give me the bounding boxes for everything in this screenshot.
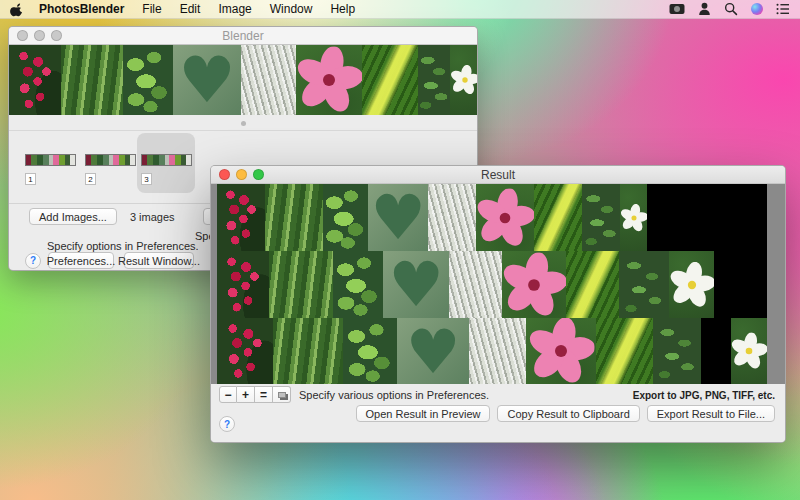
photo-seg-berries — [9, 45, 61, 115]
blender-options-note: Specify options in Preferences. — [47, 240, 199, 252]
camera-icon[interactable] — [669, 3, 685, 15]
preferences-button[interactable]: Preferences... — [48, 252, 114, 269]
menu-item-file[interactable]: File — [142, 2, 161, 16]
result-row-3: ♥ — [217, 318, 767, 384]
photo-seg-shrub — [653, 318, 701, 384]
close-button[interactable] — [219, 169, 230, 180]
blender-titlebar[interactable]: Blender — [9, 27, 477, 45]
status-icons — [669, 2, 790, 16]
minimize-button[interactable] — [236, 169, 247, 180]
photo-seg-bamboo — [273, 318, 343, 384]
photo-seg-white — [450, 45, 477, 115]
photo-seg-shrub — [619, 251, 669, 318]
result-row-1: ♥ — [217, 184, 767, 251]
divider-handle-icon[interactable] — [241, 121, 246, 126]
photo-seg-black — [701, 318, 731, 384]
action-button-open-result-in-preview[interactable]: Open Result in Preview — [356, 405, 491, 422]
thumbnail-3-label: 3 — [141, 173, 152, 185]
list-icon[interactable] — [776, 3, 790, 15]
photo-seg-ivy — [333, 251, 383, 318]
flower-icon — [502, 252, 566, 317]
menu-item-edit[interactable]: Edit — [180, 2, 201, 16]
zoom-button[interactable] — [51, 30, 62, 41]
desktop: PhotosBlender FileEditImageWindowHelp — [0, 0, 800, 500]
result-bottom-panel: −+= Specify various options in Preferenc… — [211, 384, 785, 443]
thumbnail-2-label: 2 — [85, 173, 96, 185]
action-button-export-result-to-file[interactable]: Export Result to File... — [647, 405, 775, 422]
thumbnail-1[interactable] — [25, 154, 76, 166]
photo-seg-dusty — [469, 318, 526, 384]
flower-icon — [528, 318, 595, 384]
photo-seg-black — [647, 184, 767, 251]
photo-seg-white — [620, 184, 647, 251]
apple-menu[interactable] — [10, 2, 23, 17]
photo-seg-berries — [217, 318, 273, 384]
result-action-buttons: Open Result in PreviewCopy Result to Cli… — [356, 405, 775, 422]
help-button[interactable]: ? — [25, 253, 41, 269]
thumbnail-3[interactable] — [141, 154, 192, 166]
photo-seg-dusty — [449, 251, 502, 318]
result-row-2: ♥ — [217, 251, 767, 318]
photo-seg-shrub — [418, 45, 450, 115]
result-image-area: ♥ ♥ ♥ — [211, 184, 785, 384]
photo-seg-pink — [502, 251, 566, 318]
app-menu-title[interactable]: PhotosBlender — [39, 2, 124, 16]
photo-seg-pink — [526, 318, 596, 384]
heart-leaf-icon: ♥ — [383, 251, 449, 318]
result-window-button[interactable]: Result Window... — [124, 252, 194, 269]
menu-item-help[interactable]: Help — [330, 2, 355, 16]
photo-seg-dusty — [428, 184, 476, 251]
photo-seg-ivy — [343, 318, 397, 384]
photo-seg-heart: ♥ — [368, 184, 428, 251]
photo-seg-palm — [362, 45, 418, 115]
images-count: 3 images — [130, 211, 175, 223]
siri-icon[interactable] — [751, 3, 763, 15]
menu-bar: PhotosBlender FileEditImageWindowHelp — [0, 0, 800, 19]
flower-icon — [620, 204, 647, 232]
photo-seg-heart: ♥ — [383, 251, 449, 318]
zoom-segmented-control: −+= — [219, 386, 273, 403]
minimize-button[interactable] — [34, 30, 45, 41]
user-icon[interactable] — [698, 2, 711, 16]
photo-seg-palm — [566, 251, 619, 318]
photo-seg-palm — [596, 318, 653, 384]
flower-icon — [731, 333, 767, 370]
window-title: Blender — [9, 29, 477, 43]
split-divider[interactable] — [9, 115, 477, 131]
thumbnail-1-label: 1 — [25, 173, 36, 185]
close-button[interactable] — [17, 30, 28, 41]
photo-seg-bamboo — [265, 184, 323, 251]
photo-seg-ivy — [123, 45, 173, 115]
flower-icon — [450, 65, 477, 95]
zoom-button[interactable] — [253, 169, 264, 180]
photo-seg-heart: ♥ — [173, 45, 241, 115]
photo-seg-berries — [217, 251, 269, 318]
photo-seg-white — [669, 251, 714, 318]
zoom-segment-[interactable]: − — [219, 386, 237, 403]
thumbnail-2[interactable] — [85, 154, 136, 166]
photo-seg-pink — [296, 45, 362, 115]
flower-icon — [669, 262, 714, 308]
heart-leaf-icon: ♥ — [397, 318, 469, 384]
zoom-segment-[interactable]: = — [255, 386, 273, 403]
photo-seg-ivy — [323, 184, 368, 251]
photo-seg-bamboo — [61, 45, 123, 115]
add-images-button[interactable]: Add Images... — [29, 208, 117, 225]
actual-size-button[interactable] — [273, 386, 291, 403]
photo-seg-pink — [476, 184, 534, 251]
zoom-segment-[interactable]: + — [237, 386, 255, 403]
photo-seg-bamboo — [269, 251, 333, 318]
search-icon[interactable] — [724, 2, 738, 16]
action-button-copy-result-to-clipboard[interactable]: Copy Result to Clipboard — [497, 405, 639, 422]
photo-seg-dusty — [241, 45, 296, 115]
photo-seg-white — [731, 318, 767, 384]
menu-item-image[interactable]: Image — [218, 2, 251, 16]
menu-item-window[interactable]: Window — [270, 2, 313, 16]
photo-seg-heart: ♥ — [397, 318, 469, 384]
help-button[interactable]: ? — [219, 416, 235, 432]
window-title: Result — [211, 168, 785, 182]
heart-leaf-icon: ♥ — [173, 45, 241, 115]
result-window: Result ♥ ♥ ♥ −+= Specify various options… — [210, 165, 786, 443]
result-titlebar[interactable]: Result — [211, 166, 785, 184]
blended-panorama-image: ♥ — [9, 45, 477, 115]
